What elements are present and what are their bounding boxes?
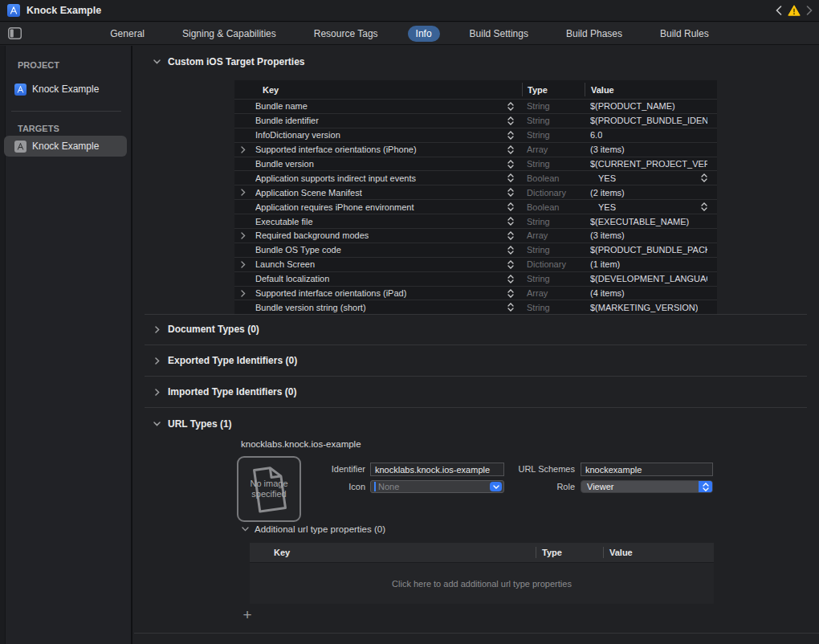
url-schemes-label: URL Schemes — [503, 464, 575, 474]
add-url-type-property-area[interactable]: Click here to add additional url type pr… — [250, 562, 714, 604]
popup-stepper-icon[interactable] — [699, 481, 712, 492]
table-row[interactable]: Supported interface orientations (iPhone… — [234, 142, 717, 157]
navigate-forward-icon[interactable] — [806, 6, 813, 15]
url-type-image-well[interactable]: No image specified — [237, 456, 301, 522]
tab-build-settings[interactable]: Build Settings — [462, 26, 536, 42]
section-additional-url-type-properties[interactable]: Additional url type properties (0) — [241, 524, 385, 534]
column-header-value[interactable]: Value — [603, 547, 714, 558]
table-row[interactable]: Bundle OS Type code String $(PRODUCT_BUN… — [234, 243, 717, 257]
column-header-value[interactable]: Value — [585, 83, 717, 96]
key-stepper-icon[interactable] — [507, 231, 514, 240]
disclosure-chevron-icon[interactable] — [238, 261, 249, 268]
editor-tabbar: GeneralSigning & CapabilitiesResource Ta… — [0, 22, 819, 45]
column-header-type[interactable]: Type — [536, 547, 603, 558]
table-row[interactable]: Application requires iPhone environment … — [234, 199, 717, 214]
chevron-down-icon[interactable] — [153, 422, 161, 426]
tab-general[interactable]: General — [102, 26, 153, 42]
value-stepper-icon[interactable] — [701, 173, 707, 182]
property-value: YES — [590, 202, 616, 212]
property-key: Executable file — [255, 217, 313, 226]
column-header-key[interactable]: Key — [250, 548, 536, 557]
table-header-row: Key Type Value — [234, 80, 717, 99]
table-row[interactable]: Default localization String $(DEVELOPMEN… — [234, 271, 717, 286]
table-row[interactable]: InfoDictionary version String 6.0 — [234, 128, 717, 142]
identifier-field[interactable]: knocklabs.knock.ios-example — [370, 463, 504, 476]
column-header-key[interactable]: Key — [234, 80, 522, 99]
icon-combobox[interactable]: None — [370, 480, 504, 493]
chevron-right-icon[interactable] — [153, 326, 161, 333]
key-stepper-icon[interactable] — [507, 173, 514, 182]
disclosure-chevron-icon[interactable] — [238, 232, 249, 239]
tab-build-rules[interactable]: Build Rules — [652, 26, 717, 42]
property-key: Supported interface orientations (iPad) — [255, 288, 406, 298]
sidebar-toggle-icon[interactable] — [8, 27, 22, 39]
tab-build-phases[interactable]: Build Phases — [558, 26, 630, 42]
property-type: Boolean — [527, 173, 559, 183]
window-titlebar: Knock Example — [0, 0, 819, 22]
chevron-down-icon[interactable] — [241, 527, 250, 532]
key-stepper-icon[interactable] — [507, 260, 514, 269]
tab-resource-tags[interactable]: Resource Tags — [306, 26, 386, 42]
target-item-label: Knock Example — [32, 141, 99, 152]
tab-signing-capabilities[interactable]: Signing & Capabilities — [174, 26, 284, 42]
combobox-dropdown-icon[interactable] — [490, 482, 502, 491]
table-row[interactable]: Bundle version string (short) String $(M… — [234, 300, 717, 314]
key-stepper-icon[interactable] — [507, 116, 514, 125]
section-divider — [145, 407, 807, 408]
table-row[interactable]: Bundle version String $(CURRENT_PROJECT_… — [234, 157, 717, 171]
chevron-right-icon[interactable] — [153, 357, 161, 365]
chevron-down-icon[interactable] — [153, 59, 161, 64]
key-stepper-icon[interactable] — [507, 131, 514, 140]
key-stepper-icon[interactable] — [507, 160, 514, 169]
table-row[interactable]: Executable file String $(EXECUTABLE_NAME… — [234, 214, 717, 228]
key-stepper-icon[interactable] — [507, 289, 514, 298]
section-custom-ios-target-properties[interactable]: Custom iOS Target Properties — [153, 56, 304, 67]
section-url-types[interactable]: URL Types (1) — [153, 418, 232, 430]
tab-info[interactable]: Info — [408, 26, 440, 42]
value-stepper-icon[interactable] — [701, 202, 707, 211]
table-row[interactable]: Application supports indirect input even… — [234, 170, 717, 185]
property-key: Application requires iPhone environment — [255, 202, 414, 212]
column-header-type[interactable]: Type — [522, 83, 585, 96]
key-stepper-icon[interactable] — [507, 188, 514, 197]
disclosure-chevron-icon[interactable] — [238, 189, 249, 196]
section-document-types[interactable]: Document Types (0) — [153, 324, 259, 335]
property-value: $(PRODUCT_BUNDLE_IDENT — [590, 116, 707, 125]
sidebar-item-target[interactable]: Knock Example — [4, 136, 127, 157]
table-row[interactable]: Application Scene Manifest Dictionary (2… — [234, 185, 717, 199]
property-key: Bundle version string (short) — [255, 303, 366, 312]
key-stepper-icon[interactable] — [507, 217, 514, 226]
table-row[interactable]: Launch Screen Dictionary (1 item) — [234, 257, 717, 271]
property-value: $(EXECUTABLE_NAME) — [590, 217, 689, 226]
key-stepper-icon[interactable] — [507, 145, 514, 154]
sidebar-item-project[interactable]: Knock Example — [4, 79, 127, 100]
navigate-back-icon[interactable] — [776, 6, 782, 15]
property-type: Dictionary — [527, 259, 566, 269]
xcode-project-icon — [7, 4, 20, 17]
url-schemes-field[interactable]: knockexample — [581, 463, 713, 476]
property-value: (4 items) — [590, 288, 625, 298]
role-popup-button[interactable]: Viewer — [581, 480, 713, 493]
table-row[interactable]: Supported interface orientations (iPad) … — [234, 286, 717, 300]
add-url-type-button[interactable]: + — [239, 608, 255, 624]
property-type: String — [527, 303, 550, 312]
property-key: Required background modes — [255, 230, 369, 240]
key-stepper-icon[interactable] — [507, 246, 514, 255]
disclosure-chevron-icon[interactable] — [238, 290, 249, 297]
section-imported-type-identifiers[interactable]: Imported Type Identifiers (0) — [153, 386, 296, 397]
table-row[interactable]: Bundle identifier String $(PRODUCT_BUNDL… — [234, 113, 717, 128]
key-stepper-icon[interactable] — [507, 202, 514, 211]
chevron-right-icon[interactable] — [153, 389, 161, 396]
table-row[interactable]: Bundle name String $(PRODUCT_NAME) — [234, 99, 717, 113]
property-value: YES — [590, 173, 616, 183]
disclosure-chevron-icon[interactable] — [238, 146, 249, 153]
key-stepper-icon[interactable] — [507, 102, 514, 111]
table-row[interactable]: Required background modes Array (3 items… — [234, 228, 717, 243]
property-type: Array — [527, 288, 548, 298]
warning-icon[interactable] — [788, 5, 801, 16]
section-title: Custom iOS Target Properties — [168, 56, 304, 67]
key-stepper-icon[interactable] — [507, 303, 514, 312]
icon-combobox-value: None — [378, 482, 490, 491]
key-stepper-icon[interactable] — [507, 275, 514, 283]
section-exported-type-identifiers[interactable]: Exported Type Identifiers (0) — [153, 355, 297, 366]
